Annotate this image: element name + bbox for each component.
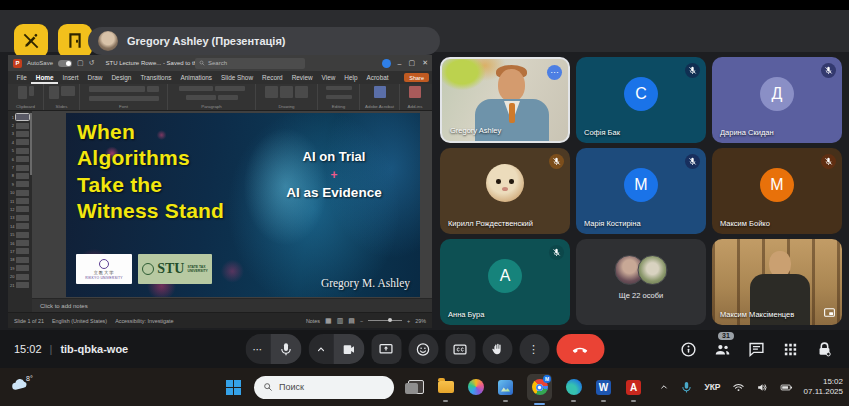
- tab-file[interactable]: File: [12, 71, 31, 84]
- slide-thumbnail[interactable]: 20: [8, 272, 32, 280]
- save-icon[interactable]: ▢: [77, 59, 84, 67]
- slide-thumbnail[interactable]: 15: [8, 230, 32, 238]
- chat-panel-button[interactable]: [748, 341, 765, 358]
- wifi-icon[interactable]: [732, 381, 745, 394]
- undo-icon[interactable]: ↺: [89, 59, 95, 67]
- quick-styles-button[interactable]: [295, 86, 308, 98]
- slide-thumbnail[interactable]: 19: [8, 264, 32, 272]
- taskbar-clock[interactable]: 15:02 07.11.2025: [804, 377, 843, 398]
- tray-mic-icon[interactable]: [680, 381, 693, 394]
- close-button[interactable]: ✕: [422, 59, 428, 67]
- participant-tile-maria-kostyrina[interactable]: M Марія Костиріна: [576, 148, 706, 234]
- slide-thumbnail[interactable]: 4: [8, 138, 32, 146]
- end-call-button[interactable]: [556, 334, 604, 364]
- align-buttons[interactable]: [186, 95, 216, 100]
- photos-button[interactable]: [497, 379, 514, 396]
- slide-thumbnail[interactable]: 6: [8, 155, 32, 163]
- annotation-pen-off-button[interactable]: [14, 24, 48, 58]
- new-slide-button[interactable]: [49, 86, 59, 99]
- account-avatar[interactable]: [382, 59, 391, 68]
- tab-record[interactable]: Record: [258, 71, 288, 84]
- minimize-button[interactable]: –: [398, 60, 402, 67]
- status-language[interactable]: English (United States): [52, 318, 107, 324]
- start-button[interactable]: [226, 380, 241, 395]
- replace-button[interactable]: [326, 95, 352, 99]
- view-reading-icon[interactable]: ▤: [348, 317, 355, 325]
- slide-thumbnail[interactable]: 13: [8, 214, 32, 222]
- volume-icon[interactable]: [756, 381, 769, 394]
- slide-thumbnail[interactable]: 8: [8, 172, 32, 180]
- people-panel-button[interactable]: 31: [714, 341, 731, 358]
- tab-review[interactable]: Review: [287, 71, 317, 84]
- acrobat-button[interactable]: A: [625, 379, 642, 396]
- tab-insert[interactable]: Insert: [58, 71, 83, 84]
- more-participants-tile[interactable]: Ще 22 особи: [576, 239, 706, 325]
- columns-button[interactable]: [218, 95, 238, 100]
- slide-thumbnail[interactable]: 2: [8, 121, 32, 129]
- slide-thumbnails[interactable]: 123456789101112131415161718192021: [8, 111, 32, 312]
- addins-button[interactable]: [409, 86, 421, 98]
- slide-thumbnail[interactable]: 10: [8, 189, 32, 197]
- share-button[interactable]: Share: [404, 73, 429, 82]
- slide-thumbnail[interactable]: 21: [8, 281, 32, 289]
- file-explorer-button[interactable]: [437, 379, 454, 396]
- font-style-buttons[interactable]: [89, 96, 159, 101]
- indent-buttons[interactable]: [215, 86, 245, 91]
- powerpoint-search-box[interactable]: Search: [195, 58, 305, 69]
- chrome-button-active[interactable]: M: [527, 374, 552, 401]
- slide-thumbnail[interactable]: 16: [8, 239, 32, 247]
- word-button[interactable]: W: [595, 379, 612, 396]
- find-button[interactable]: [326, 86, 352, 90]
- tab-view[interactable]: View: [317, 71, 340, 84]
- participant-tile-daryna-skydan[interactable]: Д Дарина Скидан: [712, 57, 842, 143]
- present-button[interactable]: [371, 334, 401, 364]
- create-pdf-button[interactable]: [374, 86, 386, 98]
- cut-copy-buttons[interactable]: [29, 86, 34, 96]
- task-view-button[interactable]: [407, 379, 424, 396]
- mic-button[interactable]: [270, 334, 301, 364]
- picture-in-picture-icon[interactable]: [823, 306, 836, 319]
- meeting-details-button[interactable]: [680, 341, 697, 358]
- participant-tile-maksym-boiko[interactable]: M Максим Бойко: [712, 148, 842, 234]
- camera-control[interactable]: [308, 334, 364, 364]
- participant-tile-gregory-ashley[interactable]: ⋯ Gregory Ashley: [440, 57, 570, 143]
- font-size-box[interactable]: [147, 86, 159, 92]
- slide-thumbnail[interactable]: 14: [8, 222, 32, 230]
- edge-button[interactable]: [565, 379, 582, 396]
- shared-screen-powerpoint[interactable]: P AutoSave ▢ ↺ STU Lecture Rowe... - Sav…: [8, 55, 432, 326]
- zoom-in-button[interactable]: +: [407, 318, 410, 324]
- autosave-toggle[interactable]: [58, 60, 72, 67]
- raise-hand-button[interactable]: [482, 334, 512, 364]
- slide-canvas[interactable]: When Algorithms Take the Witness Stand A…: [66, 113, 420, 297]
- slide-thumbnail[interactable]: 1: [8, 113, 32, 121]
- weather-widget[interactable]: 8°: [10, 375, 33, 394]
- captions-button[interactable]: [445, 334, 475, 364]
- participant-tile-anna-bura[interactable]: A Анна Бура: [440, 239, 570, 325]
- slide-thumbnail[interactable]: 18: [8, 256, 32, 264]
- reactions-button[interactable]: [408, 334, 438, 364]
- zoom-out-button[interactable]: −: [360, 318, 363, 324]
- participant-tile-sofia-bak[interactable]: C Софія Бак: [576, 57, 706, 143]
- paste-button[interactable]: [18, 86, 27, 99]
- hidden-icons-button[interactable]: [659, 378, 669, 396]
- video-options-button[interactable]: [308, 334, 333, 364]
- zoom-slider[interactable]: [368, 320, 402, 321]
- notes-toggle[interactable]: Notes: [306, 318, 320, 324]
- view-sorter-icon[interactable]: ▥: [337, 317, 344, 325]
- slide-thumbnail[interactable]: 9: [8, 180, 32, 188]
- shapes-button[interactable]: [265, 86, 278, 98]
- status-accessibility[interactable]: Accessibility: Investigate: [115, 318, 173, 324]
- font-name-box[interactable]: [89, 86, 145, 92]
- tab-acrobat[interactable]: Acrobat: [362, 71, 393, 84]
- slide-thumbnail[interactable]: 17: [8, 247, 32, 255]
- activities-button[interactable]: [782, 341, 799, 358]
- arrange-button[interactable]: [280, 86, 293, 98]
- mic-control[interactable]: ⋯: [245, 334, 301, 364]
- audio-options-button[interactable]: ⋯: [245, 334, 270, 364]
- presenter-pill[interactable]: Gregory Ashley (Презентація): [88, 27, 440, 55]
- tab-help[interactable]: Help: [340, 71, 362, 84]
- participant-tile-kirill-rozhdestvenskiy[interactable]: Кирилл Рождественский: [440, 148, 570, 234]
- slide-thumbnail[interactable]: 7: [8, 163, 32, 171]
- tab-slideshow[interactable]: Slide Show: [217, 71, 258, 84]
- host-controls-button[interactable]: [816, 341, 833, 358]
